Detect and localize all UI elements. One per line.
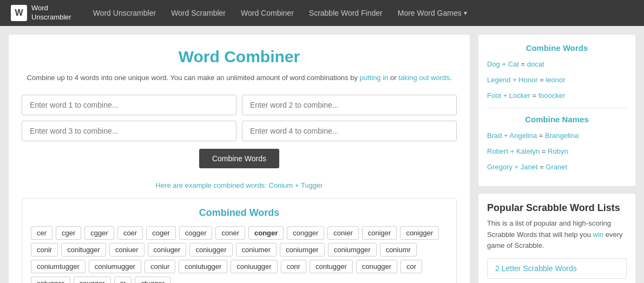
word-badge[interactable]: cogger [179,226,213,240]
combine-names-title: Combine Names [487,115,627,124]
combined-section: Combined Words cercgercggercoercogercogg… [22,198,457,283]
example-word-link2[interactable]: Honor [518,76,537,84]
example-word-link2[interactable]: Cat [508,60,519,68]
word-badge[interactable]: coniuer [109,243,144,256]
word-badge[interactable]: cotugger [31,277,70,283]
word-badge[interactable]: coniumgger [328,243,377,256]
page-wrapper: Word Combiner Combine up to 4 words into… [0,26,644,283]
example-word-link2[interactable]: Locker [509,91,530,100]
example-name-link[interactable]: Brad [487,131,502,140]
example-word-link[interactable]: Legend [487,76,510,84]
word-badge[interactable]: coniger [362,226,397,240]
example-name-link2[interactable]: Janet [521,163,538,171]
combine-button[interactable]: Combine Words [199,149,279,168]
word-inputs [22,95,457,141]
example-word-link[interactable]: Dog [487,60,500,68]
word-badge[interactable]: coniutugger [179,260,227,273]
main-content: Word Combiner Combine up to 4 words into… [9,35,470,283]
word-badge[interactable]: conugger [356,260,397,273]
word-badge[interactable]: conier [327,226,358,240]
words-grid: cercgercggercoercogercoggerconercongerco… [31,226,448,283]
combined-title: Combined Words [31,207,448,219]
word-badge[interactable]: conir [31,243,58,256]
word-badge[interactable]: cger [56,226,81,240]
word-badge[interactable]: cor [400,260,422,273]
word-badge[interactable]: conigger [400,226,439,240]
word-badge[interactable]: congger [287,226,324,240]
combine-words-card: Combine Words Dog + Cat = docatLegend + … [478,35,635,186]
win-text: win [593,231,604,239]
scrabble-title: Popular Scrabble Word Lists [487,202,627,214]
word-badge[interactable]: coniugger [189,243,232,256]
word-badge[interactable]: conr [281,260,306,273]
scrabble-card: Popular Scrabble Word Lists This is a li… [478,194,635,283]
word-badge[interactable]: coniumr [380,243,417,256]
word-badge[interactable]: coer [117,226,143,240]
example-line: Here are example combined words: Conium … [22,181,457,189]
example-word-link[interactable]: Foot [487,91,501,100]
example-name-link2[interactable]: Angelina [510,131,537,140]
sidebar-divider [487,108,627,108]
combine-words-examples: Dog + Cat = docatLegend + Honor = leonor… [487,59,627,101]
word-badge[interactable]: ctugger [135,277,170,283]
word-badge[interactable]: conitugger [61,243,106,256]
word-input-2[interactable] [242,95,457,115]
logo-icon: W [11,5,27,21]
word-badge[interactable]: coner [215,226,245,240]
list-item: Brad + Angelina = Brangelina [487,130,627,142]
word-badge[interactable]: contugger [310,260,353,273]
list-item: Gregory + Janet = Granet [487,162,627,173]
example-name-link[interactable]: Robert [487,147,508,155]
page-description: Combine up to 4 words into one unique wo… [22,73,457,84]
word-badge[interactable]: coniumtugger [31,260,86,273]
example-name-link[interactable]: Gregory [487,163,512,171]
sidebar: Combine Words Dog + Cat = docatLegend + … [478,35,635,283]
word-badge[interactable]: conger [248,226,284,240]
word-input-3[interactable] [22,121,236,141]
putting-in-link[interactable]: putting in [360,74,389,82]
nav-word-scrambler[interactable]: Word Scrambler [171,9,226,17]
word-badge[interactable]: coniumer [236,243,277,256]
word-input-1[interactable] [22,95,236,115]
logo[interactable]: W Word Unscrambler [11,4,71,22]
word-badge[interactable]: coniumugger [89,260,141,273]
word-badge[interactable]: coniuger [148,243,187,256]
list-item: Robert + Katelyn = Robyn [487,146,627,157]
word-badge[interactable]: cr [114,277,132,283]
word-input-4[interactable] [242,121,457,141]
word-badge[interactable]: cougger [74,277,111,283]
nav-word-unscrambler[interactable]: Word Unscrambler [93,9,156,17]
word-badge[interactable]: coniuugger [231,260,277,273]
logo-text: Word Unscrambler [31,4,71,22]
nav-word-combiner[interactable]: Word Combiner [241,9,294,17]
page-title: Word Combiner [22,48,457,66]
list-item: Dog + Cat = docat [487,59,627,70]
combine-words-title: Combine Words [487,43,627,52]
list-item: Foot + Locker = fooocker [487,90,627,102]
combine-names-examples: Brad + Angelina = BrangelinaRobert + Kat… [487,130,627,173]
nav-scrabble-word-finder[interactable]: Scrabble Word Finder [309,9,383,17]
word-badge[interactable]: coniumger [280,243,325,256]
example-name-link2[interactable]: Katelyn [516,147,540,155]
word-badge[interactable]: cgger [84,226,114,240]
navbar: W Word Unscrambler Word Unscrambler Word… [0,0,644,26]
taking-out-link[interactable]: taking out words [398,74,450,82]
word-badge[interactable]: cer [31,226,52,240]
list-item: Legend + Honor = leonor [487,75,627,86]
word-badge[interactable]: coniur [144,260,175,273]
scrabble-desc: This is a list of popular and high-scori… [487,218,627,252]
scrabble-link[interactable]: 2 Letter Scrabble Words [487,258,627,279]
nav-more-games[interactable]: More Word Games [398,9,467,17]
word-badge[interactable]: coger [146,226,176,240]
